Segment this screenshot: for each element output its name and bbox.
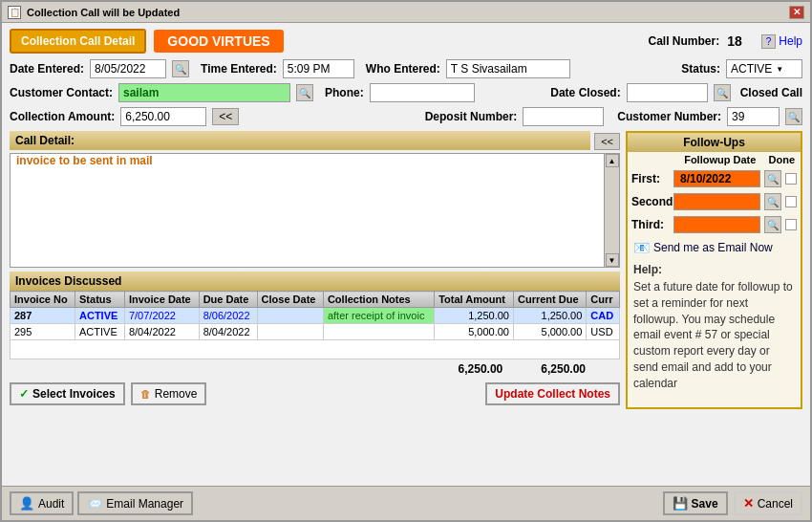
who-entered-label: Who Entered: bbox=[366, 62, 440, 76]
collapse-button[interactable]: << bbox=[594, 133, 620, 150]
audit-button[interactable]: 👤 Audit bbox=[10, 491, 74, 515]
email-manager-icon: 📨 bbox=[87, 496, 102, 511]
trash-icon: 🗑 bbox=[140, 388, 151, 400]
call-detail-section-header: Call Detail: bbox=[10, 131, 590, 150]
form-row-amount: Collection Amount: 6,250.00 << Deposit N… bbox=[10, 107, 802, 126]
cell-close-date bbox=[257, 324, 323, 340]
followup-date-col-header: Followup Date bbox=[675, 154, 765, 165]
remove-button[interactable]: 🗑 Remove bbox=[131, 382, 207, 405]
window-icon: 📋 bbox=[8, 6, 21, 19]
col-due-date: Due Date bbox=[199, 292, 257, 308]
date-search-button[interactable]: 🔍 bbox=[172, 60, 189, 77]
date-closed-search[interactable]: 🔍 bbox=[714, 84, 731, 101]
collection-amount-label: Collection Amount: bbox=[10, 110, 115, 123]
followup-second-row: Second: 🔍 bbox=[628, 190, 801, 213]
save-button[interactable]: 💾 Save bbox=[663, 491, 728, 515]
collection-call-detail-tab[interactable]: Collection Call Detail bbox=[10, 29, 146, 54]
cell-current-due: 5,000.00 bbox=[513, 324, 586, 340]
invoices-section: Invoices Discussed Invoice No Status Inv… bbox=[10, 272, 620, 409]
cancel-icon: ✕ bbox=[743, 496, 754, 511]
help-button[interactable]: ? Help bbox=[761, 34, 802, 49]
third-date-input[interactable] bbox=[673, 216, 760, 233]
second-date-input[interactable] bbox=[673, 193, 760, 210]
col-status: Status bbox=[75, 292, 125, 308]
save-icon: 💾 bbox=[673, 496, 688, 511]
spacer bbox=[633, 154, 672, 165]
cell-due-date: 8/06/2022 bbox=[199, 308, 257, 324]
send-email-button[interactable]: 📧 Send me as Email Now bbox=[633, 240, 795, 255]
help-icon: ? bbox=[761, 34, 777, 49]
status-dropdown[interactable]: ACTIVE ▼ bbox=[726, 59, 802, 78]
amount-double-arrow-button[interactable]: << bbox=[212, 108, 239, 125]
cell-collection-notes: after receipt of invoic bbox=[323, 308, 434, 324]
third-label: Third: bbox=[631, 218, 670, 231]
select-invoices-button[interactable]: ✓ Select Invoices bbox=[10, 382, 125, 405]
deposit-number-label: Deposit Number: bbox=[425, 110, 518, 123]
email-icon: 📧 bbox=[633, 240, 650, 255]
audit-icon: 👤 bbox=[19, 496, 34, 511]
phone-label: Phone: bbox=[325, 86, 364, 99]
first-date-value: 8/10/2022 bbox=[677, 171, 734, 186]
phone-input[interactable] bbox=[370, 83, 475, 102]
followup-first-row: First: 8/10/2022 🔍 bbox=[628, 167, 801, 190]
window-title: Collection Call will be Updated bbox=[27, 7, 789, 18]
customer-number-input[interactable]: 39 bbox=[727, 107, 780, 126]
update-collect-notes-button[interactable]: Update Collect Notes bbox=[485, 382, 620, 405]
table-row[interactable]: 287 ACTIVE 7/07/2022 8/06/2022 after rec… bbox=[11, 308, 620, 324]
collection-amount-input[interactable]: 6,250.00 bbox=[120, 107, 206, 126]
table-row[interactable]: 295 ACTIVE 8/04/2022 8/04/2022 5,000.00 … bbox=[11, 324, 620, 340]
contact-search-button[interactable]: 🔍 bbox=[296, 84, 313, 101]
help-section: Help: Set a future date for followup to … bbox=[628, 259, 801, 396]
check-icon: ✓ bbox=[19, 387, 29, 401]
invoices-table-container: Invoice No Status Invoice Date Due Date … bbox=[10, 291, 620, 359]
help-label: Help bbox=[779, 34, 802, 48]
cell-currency: CAD bbox=[587, 308, 620, 324]
table-row-empty bbox=[11, 340, 620, 359]
time-entered-input[interactable]: 5:09 PM bbox=[283, 59, 354, 78]
second-date-search[interactable]: 🔍 bbox=[764, 193, 781, 210]
first-date-input[interactable]: 8/10/2022 bbox=[673, 170, 760, 187]
cell-due-date: 8/04/2022 bbox=[199, 324, 257, 340]
who-entered-input[interactable]: T S Sivasailam bbox=[446, 59, 570, 78]
help-text: Set a future date for followup to set a … bbox=[633, 279, 795, 392]
col-invoice-date: Invoice Date bbox=[124, 292, 199, 308]
date-closed-input[interactable] bbox=[627, 83, 708, 102]
second-label: Second: bbox=[631, 195, 670, 208]
status-label: Status: bbox=[681, 62, 720, 76]
dropdown-arrow: ▼ bbox=[776, 65, 783, 74]
col-collection-notes: Collection Notes bbox=[323, 292, 434, 308]
invoices-section-header: Invoices Discussed bbox=[10, 272, 620, 291]
total-due-value: 6,250.00 bbox=[541, 362, 586, 376]
cancel-button[interactable]: ✕ Cancel bbox=[734, 491, 802, 515]
second-done-checkbox[interactable] bbox=[785, 196, 797, 207]
cell-currency: USD bbox=[587, 324, 620, 340]
customer-contact-input[interactable]: sailam bbox=[118, 83, 290, 102]
company-name: GOOD VIRTUES bbox=[154, 30, 283, 53]
first-done-checkbox[interactable] bbox=[785, 173, 797, 185]
cell-total-amount: 1,250.00 bbox=[435, 308, 514, 324]
call-detail-text: invoice to be sent in mail bbox=[11, 150, 159, 171]
cell-current-due: 1,250.00 bbox=[513, 308, 586, 324]
followups-panel: Follow-Ups Followup Date Done First: 8/1… bbox=[626, 131, 802, 409]
call-detail-scrollbar[interactable]: ▲ ▼ bbox=[604, 154, 619, 267]
bottom-buttons: ✓ Select Invoices 🗑 Remove Update Collec… bbox=[10, 379, 620, 409]
date-closed-label: Date Closed: bbox=[550, 86, 620, 99]
call-number-label: Call Number: bbox=[648, 34, 719, 48]
scroll-down-arrow[interactable]: ▼ bbox=[606, 253, 619, 267]
call-detail-area[interactable]: invoice to be sent in mail ▲ ▼ bbox=[10, 153, 620, 268]
main-window: 📋 Collection Call will be Updated ✕ Coll… bbox=[0, 0, 812, 522]
table-header-row: Invoice No Status Invoice Date Due Date … bbox=[11, 292, 620, 308]
first-date-search[interactable]: 🔍 bbox=[764, 170, 781, 187]
email-manager-button[interactable]: 📨 Email Manager bbox=[77, 491, 193, 515]
third-done-checkbox[interactable] bbox=[785, 219, 797, 230]
close-button[interactable]: ✕ bbox=[789, 6, 804, 19]
main-layout: Call Detail: << invoice to be sent in ma… bbox=[10, 131, 802, 409]
scroll-up-arrow[interactable]: ▲ bbox=[606, 154, 619, 167]
cell-invoice-date: 7/07/2022 bbox=[124, 308, 199, 324]
date-entered-input[interactable]: 8/05/2022 bbox=[90, 59, 166, 78]
deposit-number-input[interactable] bbox=[523, 107, 604, 126]
customer-number-search[interactable]: 🔍 bbox=[785, 108, 802, 125]
third-date-search[interactable]: 🔍 bbox=[764, 216, 781, 233]
col-total-amount: Total Amount bbox=[435, 292, 514, 308]
cell-invoice-date: 8/04/2022 bbox=[124, 324, 199, 340]
